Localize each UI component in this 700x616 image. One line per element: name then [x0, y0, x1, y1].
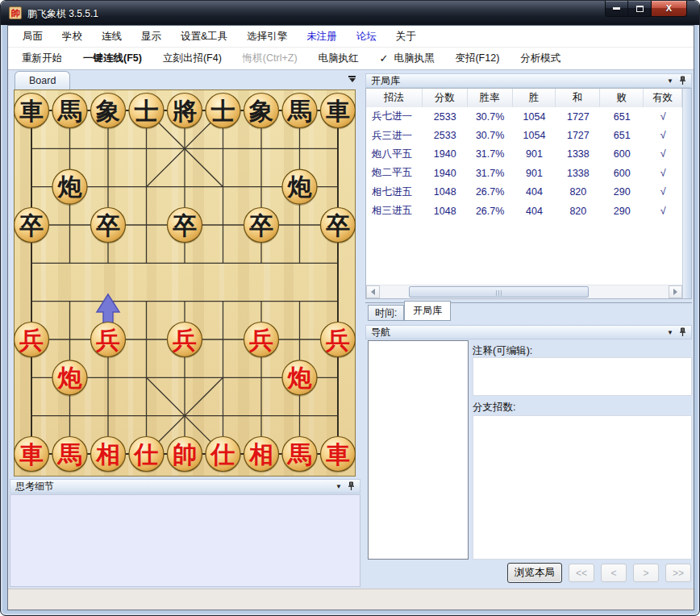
- scroll-left-button[interactable]: [366, 285, 380, 298]
- column-header[interactable]: 胜率: [468, 89, 513, 107]
- toolbar-button[interactable]: 电脑执红: [308, 52, 369, 65]
- table-row[interactable]: 相七进五104826.7%404820290√: [366, 183, 682, 202]
- xiangqi-piece[interactable]: 象: [244, 94, 279, 130]
- minimize-button[interactable]: [605, 1, 628, 17]
- table-row[interactable]: 相三进五104826.7%404820290√: [366, 202, 682, 220]
- branch-moves-box[interactable]: [473, 415, 692, 560]
- table-row[interactable]: 兵三进一253330.7%10541727651√: [366, 126, 682, 144]
- comment-editor[interactable]: [473, 357, 692, 396]
- table-cell: 26.7%: [468, 206, 513, 217]
- tab-overflow-icon[interactable]: [348, 76, 356, 82]
- nav-step-button[interactable]: <<: [569, 564, 594, 582]
- navigation-buttons: 浏览本局 <<<>>>: [473, 563, 691, 583]
- xiangqi-piece[interactable]: 兵: [320, 323, 356, 359]
- column-header[interactable]: 分数: [423, 89, 468, 107]
- toolbar-button[interactable]: ✓电脑执黑: [369, 52, 445, 65]
- xiangqi-piece[interactable]: 馬: [52, 94, 88, 130]
- menu-item[interactable]: 未注册: [297, 30, 347, 44]
- pin-icon[interactable]: [679, 76, 686, 85]
- xiangqi-piece[interactable]: 馬: [282, 94, 318, 130]
- xiangqi-piece[interactable]: 炮: [52, 169, 88, 206]
- table-cell: 1048: [423, 186, 468, 198]
- menu-item[interactable]: 连线: [92, 30, 131, 44]
- nav-step-button[interactable]: >>: [665, 564, 691, 582]
- xiangqi-piece[interactable]: 車: [320, 437, 356, 473]
- table-cell: 404: [513, 186, 556, 198]
- panel-menu-icon[interactable]: ▼: [667, 329, 673, 336]
- menu-item[interactable]: 关于: [386, 30, 426, 44]
- scroll-right-button[interactable]: [669, 285, 682, 298]
- horizontal-scrollbar[interactable]: [366, 285, 682, 298]
- xiangqi-piece[interactable]: 炮: [282, 360, 318, 397]
- xiangqi-piece[interactable]: 馬: [52, 437, 88, 473]
- xiangqi-board[interactable]: 車馬象士將士象馬車炮炮卒卒卒卒卒兵兵兵兵兵炮炮車馬相仕帥仕相馬車: [14, 89, 356, 477]
- table-row[interactable]: 兵七进一253330.7%10541727651√: [366, 107, 682, 126]
- browse-game-button[interactable]: 浏览本局: [507, 563, 562, 583]
- menu-item[interactable]: 局面: [13, 30, 52, 44]
- xiangqi-piece[interactable]: 兵: [14, 323, 49, 359]
- svg-text:車: 車: [326, 440, 350, 468]
- column-header[interactable]: 败: [600, 89, 644, 107]
- nav-step-button[interactable]: >: [633, 564, 659, 582]
- table-header-row: 招法分数胜率胜和败有效: [366, 89, 682, 107]
- menu-item[interactable]: 论坛: [347, 30, 386, 44]
- move-list[interactable]: [368, 340, 469, 560]
- svg-text:馬: 馬: [57, 97, 82, 125]
- xiangqi-piece[interactable]: 兵: [167, 323, 202, 359]
- xiangqi-piece[interactable]: 將: [167, 94, 202, 130]
- xiangqi-piece[interactable]: 卒: [14, 208, 49, 244]
- maximize-button[interactable]: [628, 1, 651, 17]
- panel-menu-icon[interactable]: ▼: [667, 77, 673, 85]
- menu-item[interactable]: 显示: [131, 30, 171, 44]
- panel-menu-icon[interactable]: ▼: [335, 483, 342, 490]
- menu-item[interactable]: 选择引擎: [237, 30, 297, 44]
- xiangqi-piece[interactable]: 卒: [90, 208, 126, 244]
- vertical-scrollbar-track[interactable]: [682, 89, 691, 298]
- toolbar-button[interactable]: 分析模式: [510, 52, 571, 65]
- xiangqi-piece[interactable]: 馬: [282, 437, 318, 473]
- nav-step-button[interactable]: <: [601, 564, 627, 582]
- column-header[interactable]: 胜: [513, 89, 556, 107]
- toolbar-button[interactable]: 一键连线(F5): [73, 52, 152, 65]
- xiangqi-piece[interactable]: 卒: [244, 208, 279, 244]
- menu-item[interactable]: 设置&工具: [171, 30, 237, 44]
- table-row[interactable]: 炮八平五194031.7%9011338600√: [366, 145, 682, 164]
- xiangqi-piece[interactable]: 相: [90, 437, 126, 473]
- pin-icon[interactable]: [348, 481, 355, 491]
- xiangqi-piece[interactable]: 仕: [129, 437, 165, 473]
- xiangqi-piece[interactable]: 卒: [320, 208, 356, 244]
- table-row[interactable]: 炮二平五194031.7%9011338600√: [366, 164, 682, 182]
- xiangqi-piece[interactable]: 士: [129, 94, 165, 130]
- xiangqi-piece[interactable]: 兵: [90, 323, 126, 359]
- toolbar-button[interactable]: 变招(F12): [444, 52, 510, 65]
- xiangqi-piece[interactable]: 炮: [52, 360, 88, 397]
- table-cell: √: [644, 111, 682, 123]
- toolbar-button[interactable]: 立刻出招(F4): [152, 52, 232, 65]
- table-cell: 820: [556, 186, 600, 198]
- column-header[interactable]: 有效: [644, 89, 682, 107]
- xiangqi-piece[interactable]: 象: [90, 94, 126, 130]
- scrollbar-thumb[interactable]: [409, 286, 589, 298]
- tab-time[interactable]: 时间:: [368, 305, 404, 321]
- xiangqi-piece[interactable]: 仕: [206, 437, 241, 473]
- tab-board[interactable]: Board: [15, 71, 70, 89]
- xiangqi-piece[interactable]: 車: [14, 437, 49, 473]
- pin-icon[interactable]: [679, 327, 686, 337]
- xiangqi-piece[interactable]: 炮: [282, 169, 318, 206]
- xiangqi-piece[interactable]: 士: [206, 94, 241, 130]
- title-bar[interactable]: 帥 鹏飞象棋 3.5.5.1 X: [1, 1, 699, 25]
- table-cell: 1727: [556, 111, 600, 123]
- tab-opening-book[interactable]: 开局库: [404, 301, 451, 321]
- column-header[interactable]: 和: [556, 89, 600, 107]
- status-bar: [8, 589, 694, 610]
- xiangqi-piece[interactable]: 相: [244, 437, 279, 473]
- xiangqi-piece[interactable]: 帥: [167, 437, 202, 473]
- xiangqi-piece[interactable]: 兵: [244, 323, 279, 359]
- column-header[interactable]: 招法: [366, 89, 423, 107]
- menu-item[interactable]: 学校: [52, 30, 92, 44]
- xiangqi-piece[interactable]: 車: [14, 94, 49, 130]
- xiangqi-piece[interactable]: 卒: [167, 208, 202, 244]
- close-button[interactable]: X: [651, 1, 687, 17]
- xiangqi-piece[interactable]: 車: [320, 94, 356, 130]
- toolbar-button[interactable]: 重新开始: [11, 52, 73, 65]
